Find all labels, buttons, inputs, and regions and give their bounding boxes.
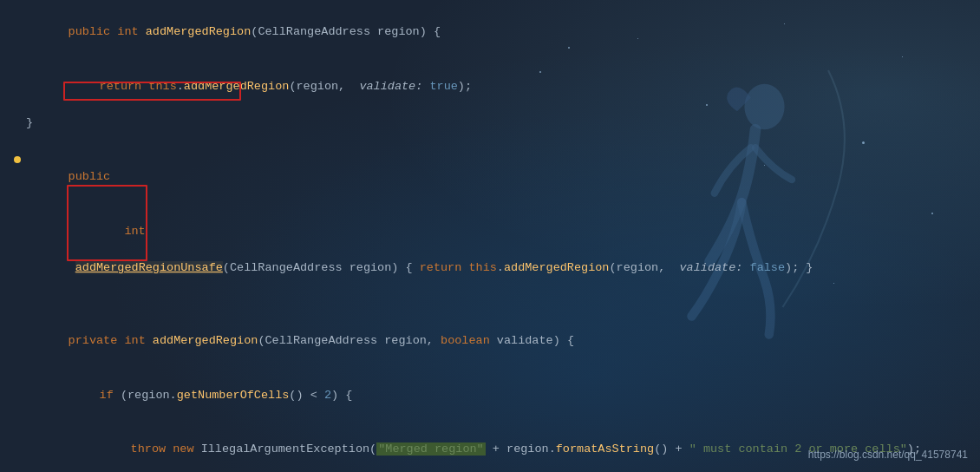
line-content-4	[26, 133, 980, 151]
highlight-region: int	[69, 187, 146, 259]
code-line-5: public int addMergedRegionUnsafe(CellRan…	[12, 151, 980, 296]
code-container: public int addMergedRegion(CellRangeAddr…	[0, 0, 980, 472]
line-content-6	[26, 296, 980, 314]
line-content-1: public int addMergedRegion(CellRangeAddr…	[26, 5, 980, 60]
line-content-3: }	[26, 115, 980, 133]
yellow-dot	[14, 156, 21, 163]
line-content-8: if (region.getNumberOfCells() < 2) {	[26, 369, 980, 423]
method-addMergedRegion: addMergedRegion	[146, 25, 252, 38]
code-line-1: public int addMergedRegion(CellRangeAddr…	[12, 5, 980, 60]
code-line-8: if (region.getNumberOfCells() < 2) {	[12, 369, 980, 423]
url-watermark: https://blog.csdn.net/qq_41578741	[808, 447, 968, 463]
code-line-7: private int addMergedRegion(CellRangeAdd…	[12, 314, 980, 369]
line-indicator-5	[12, 151, 24, 170]
code-line-4	[12, 133, 980, 151]
line-content-7: private int addMergedRegion(CellRangeAdd…	[26, 314, 980, 369]
line-content-2: return this.addMergedRegion(region, vali…	[26, 60, 980, 115]
keyword-int: int	[117, 25, 138, 38]
keyword-public: public	[69, 25, 111, 38]
code-line-2: return this.addMergedRegion(region, vali…	[12, 60, 980, 115]
code-line-3: }	[12, 115, 980, 133]
code-line-6	[12, 296, 980, 314]
line-content-5: public int addMergedRegionUnsafe(CellRan…	[26, 151, 980, 296]
